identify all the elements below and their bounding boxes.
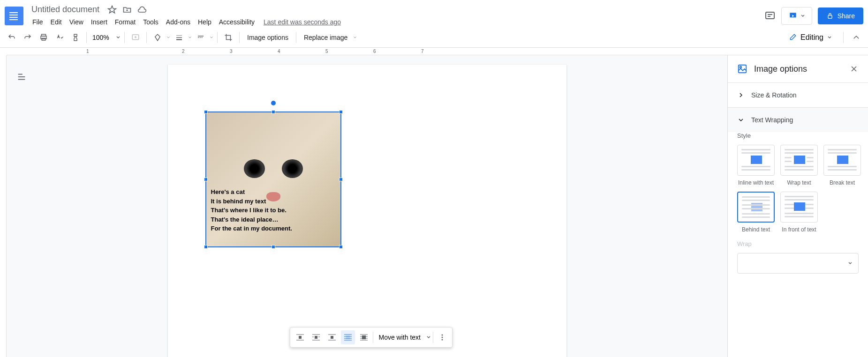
resize-handle-mr[interactable]	[339, 178, 343, 181]
size-rotation-section[interactable]: Size & Rotation	[728, 83, 868, 107]
menu-addons[interactable]: Add-ons	[163, 16, 194, 28]
resize-handle-tc[interactable]	[272, 110, 275, 114]
border-weight-dropdown-icon[interactable]	[188, 36, 192, 39]
star-icon[interactable]	[107, 5, 117, 15]
comments-icon[interactable]	[764, 10, 776, 22]
svg-rect-27	[346, 335, 350, 339]
dropdown-icon	[848, 261, 853, 266]
image-options-sidebar: Image options Size & Rotation Text Wrapp…	[727, 55, 868, 357]
spellcheck-button[interactable]	[53, 30, 67, 45]
svg-rect-19	[315, 336, 317, 339]
menu-tools[interactable]: Tools	[140, 16, 162, 28]
menu-file[interactable]: File	[29, 16, 46, 28]
menu-view[interactable]: View	[66, 16, 87, 28]
resize-handle-tl[interactable]	[204, 110, 208, 114]
present-button[interactable]	[781, 7, 812, 25]
menu-accessibility[interactable]: Accessibility	[216, 16, 258, 28]
chevron-down-icon	[737, 116, 745, 124]
svg-rect-0	[766, 12, 774, 19]
wrap-style-break[interactable]: Break text	[823, 145, 861, 186]
resize-handle-ml[interactable]	[204, 178, 208, 181]
svg-rect-36	[362, 335, 366, 339]
app-header: Untitled document File Edit View Insert …	[0, 0, 868, 28]
share-label: Share	[838, 12, 855, 20]
rotate-handle[interactable]	[271, 101, 276, 105]
menu-help[interactable]: Help	[195, 16, 215, 28]
docs-logo[interactable]	[5, 7, 23, 25]
zoom-input[interactable]	[91, 32, 114, 43]
undo-button[interactable]	[5, 30, 19, 45]
paint-format-button[interactable]	[68, 30, 83, 45]
share-button[interactable]: Share	[818, 7, 863, 24]
wrap-behind-option[interactable]	[341, 330, 355, 344]
close-sidebar-button[interactable]	[849, 64, 859, 74]
hide-toolbar-button[interactable]	[849, 30, 863, 45]
resize-handle-bl[interactable]	[204, 245, 208, 249]
border-dash-dropdown-icon[interactable]	[210, 36, 213, 39]
ruler-mark: 2	[182, 49, 185, 54]
menu-bar: File Edit View Insert Format Tools Add-o…	[29, 16, 764, 28]
wrap-dropdown[interactable]	[737, 253, 859, 274]
wrap-break-option[interactable]	[325, 330, 339, 344]
editing-mode-label: Editing	[800, 33, 823, 42]
border-color-button[interactable]	[151, 30, 165, 45]
horizontal-ruler[interactable]: 1 2 3 4 5 6 7	[7, 48, 868, 55]
replace-image-dropdown-icon[interactable]	[353, 36, 357, 39]
wrap-style-wrap[interactable]: Wrap text	[780, 145, 818, 186]
wrap-behind-label: Behind text	[742, 226, 770, 233]
vertical-ruler[interactable]	[0, 55, 7, 357]
border-color-dropdown-icon[interactable]	[166, 36, 170, 39]
selected-image[interactable]: Here's a cat It is behind my text That's…	[205, 112, 341, 247]
wrap-inline-option[interactable]	[293, 330, 307, 344]
move-with-text-dropdown[interactable]: Move with text	[375, 332, 424, 343]
resize-handle-bc[interactable]	[272, 245, 275, 249]
svg-point-37	[441, 335, 443, 336]
resize-handle-br[interactable]	[339, 245, 343, 249]
last-edit-status[interactable]: Last edit was seconds ago	[264, 18, 341, 26]
print-button[interactable]	[37, 30, 51, 45]
menu-format[interactable]: Format	[112, 16, 139, 28]
border-weight-button[interactable]	[172, 30, 186, 45]
ruler-mark: 7	[421, 49, 424, 54]
text-wrapping-label: Text Wrapping	[751, 116, 793, 124]
svg-point-41	[740, 67, 742, 68]
wrap-style-inline[interactable]: Inline with text	[737, 145, 775, 186]
wrap-style-front[interactable]: In front of text	[780, 192, 818, 233]
wrap-break-label: Break text	[830, 179, 855, 186]
move-dropdown-icon[interactable]	[426, 335, 431, 340]
border-dash-button[interactable]	[194, 30, 208, 45]
wrap-front-option[interactable]	[357, 330, 371, 344]
wrap-text-option[interactable]	[309, 330, 323, 344]
image-options-button[interactable]: Image options	[243, 32, 292, 43]
zoom-dropdown-icon[interactable]	[116, 35, 121, 40]
image-floating-toolbar: Move with text	[290, 327, 453, 348]
svg-rect-24	[331, 336, 333, 339]
document-page[interactable]: Here's a cat It is behind my text That's…	[168, 65, 566, 357]
image-icon	[737, 64, 747, 74]
add-comment-button[interactable]	[128, 30, 143, 45]
outline-button[interactable]	[14, 69, 29, 84]
ruler-mark: 4	[278, 49, 280, 54]
redo-button[interactable]	[21, 30, 35, 45]
cloud-saved-icon[interactable]	[137, 5, 147, 15]
more-options-button[interactable]	[435, 330, 449, 344]
style-label: Style	[737, 132, 859, 139]
menu-insert[interactable]: Insert	[88, 16, 111, 28]
menu-edit[interactable]: Edit	[47, 16, 65, 28]
sidebar-title: Image options	[754, 64, 843, 74]
svg-rect-16	[299, 336, 302, 339]
document-title[interactable]: Untitled document	[29, 4, 102, 15]
svg-point-39	[441, 339, 443, 341]
editing-mode-button[interactable]: Editing	[783, 30, 838, 45]
wrap-section-label: Wrap	[737, 240, 859, 247]
replace-image-button[interactable]: Replace image	[300, 32, 351, 43]
text-wrapping-section[interactable]: Text Wrapping	[728, 108, 868, 132]
wrap-front-label: In front of text	[782, 226, 816, 233]
move-folder-icon[interactable]	[122, 5, 132, 15]
resize-handle-tr[interactable]	[339, 110, 343, 114]
wrap-style-behind[interactable]: Behind text	[737, 192, 775, 233]
crop-button[interactable]	[221, 30, 235, 45]
wrap-inline-label: Inline with text	[738, 179, 774, 186]
main-toolbar: Image options Replace image Editing	[0, 28, 868, 48]
ruler-mark: 1	[86, 49, 89, 54]
